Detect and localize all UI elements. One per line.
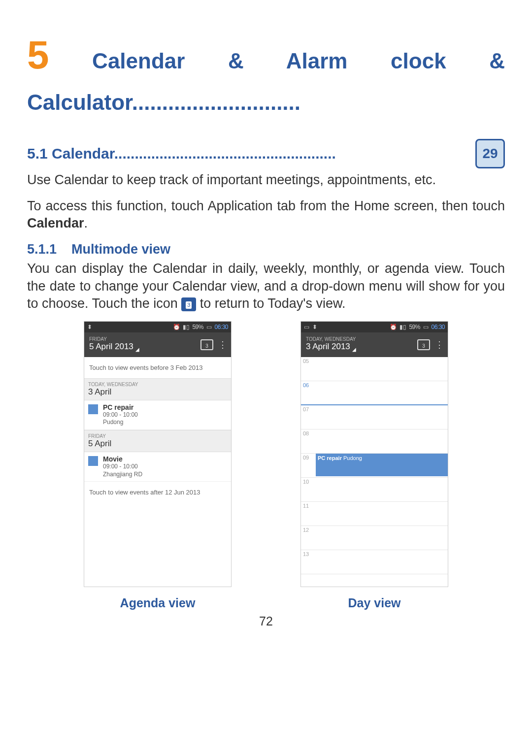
agenda-day-header: FRIDAY 5 April xyxy=(84,430,231,452)
hour-label: 05 xyxy=(301,357,316,381)
screenshot-agenda: ⬍ ⏰ ▮▯ 59% ▭ 06:30 FRIDAY 5 April 2013◢ … xyxy=(84,321,232,587)
overflow-menu-icon[interactable]: ⋮ xyxy=(218,339,226,350)
hour-label: 12 xyxy=(301,526,316,550)
status-bar: ⬍ ⏰ ▮▯ 59% ▭ 06:30 xyxy=(84,322,231,332)
agenda-event[interactable]: PC repair 09:00 - 10:00 Pudong xyxy=(84,400,231,430)
overflow-menu-icon[interactable]: ⋮ xyxy=(435,339,443,350)
status-bar: ▭⬍ ⏰ ▮▯ 59% ▭ 06:30 xyxy=(301,322,448,332)
signal-icon: ▮▯ xyxy=(183,324,189,330)
caption-agenda: Agenda view xyxy=(84,596,232,610)
app-bar: TODAY, WEDNESDAY 3 April 2013◢ 3 ⋮ xyxy=(301,332,448,357)
agenda-event[interactable]: Movie 09:00 - 10:00 Zhangjiang RD xyxy=(84,452,231,482)
load-later-hint[interactable]: Touch to view events after 12 Jun 2013 xyxy=(84,482,231,503)
page-number: 72 xyxy=(27,614,505,628)
battery-pct: 59% xyxy=(409,324,420,330)
today-button[interactable]: 3 xyxy=(200,339,213,350)
hour-label: 08 xyxy=(301,429,316,453)
hour-label: 10 xyxy=(301,478,316,501)
sd-icon: ▭ xyxy=(304,324,309,330)
chapter-title: 5 Calendar & Alarm clock & Calculator...… xyxy=(27,25,505,119)
date-picker[interactable]: TODAY, WEDNESDAY 3 April 2013◢ xyxy=(306,337,412,353)
screenshot-day: ▭⬍ ⏰ ▮▯ 59% ▭ 06:30 TODAY, WEDNESDAY 3 A… xyxy=(300,321,448,587)
hour-label: 07 xyxy=(301,405,316,429)
battery-icon: ▭ xyxy=(206,324,212,330)
agenda-day-header: TODAY, WEDNESDAY 3 April xyxy=(84,378,231,400)
usb-icon: ⬍ xyxy=(312,324,317,330)
hour-label: 09 xyxy=(301,454,316,477)
day-grid[interactable]: 05 06 07 08 09 PC repair Pudong 10 11 12… xyxy=(301,357,448,576)
clock-time: 06:30 xyxy=(214,324,228,330)
battery-pct: 59% xyxy=(192,324,203,330)
signal-icon: ▮▯ xyxy=(399,324,406,330)
section-5-1-1-heading: 5.1.1Multimode view xyxy=(27,242,505,257)
event-color-chip xyxy=(88,456,98,466)
clock-time: 06:30 xyxy=(431,324,445,330)
battery-icon: ▭ xyxy=(423,324,429,330)
paragraph-access: To access this function, touch Applicati… xyxy=(27,197,505,232)
alarm-icon: ⏰ xyxy=(390,324,397,330)
day-event[interactable]: PC repair Pudong xyxy=(316,454,448,476)
calendar-app-icon: 29 xyxy=(475,139,505,168)
paragraph-multimode: You can display the Calendar in daily, w… xyxy=(27,260,505,312)
today-button[interactable]: 3 xyxy=(417,339,430,350)
today-icon: 3 xyxy=(181,297,196,311)
hour-label: 13 xyxy=(301,550,316,574)
alarm-icon: ⏰ xyxy=(173,324,180,330)
chapter-title-text: Calendar & Alarm clock & Calculator.....… xyxy=(27,49,505,114)
hour-label: 11 xyxy=(301,502,316,526)
load-earlier-hint[interactable]: Touch to view events before 3 Feb 2013 xyxy=(84,357,231,378)
chapter-number: 5 xyxy=(27,33,49,77)
event-color-chip xyxy=(88,404,98,414)
usb-icon: ⬍ xyxy=(87,324,92,330)
paragraph-intro: Use Calendar to keep track of important … xyxy=(27,171,505,189)
date-picker[interactable]: FRIDAY 5 April 2013◢ xyxy=(89,337,196,353)
app-bar: FRIDAY 5 April 2013◢ 3 ⋮ xyxy=(84,332,231,357)
section-5-1-heading: 5.1 Calendar............................… xyxy=(27,145,471,162)
caption-day: Day view xyxy=(300,596,448,610)
hour-label: 06 xyxy=(301,381,316,404)
